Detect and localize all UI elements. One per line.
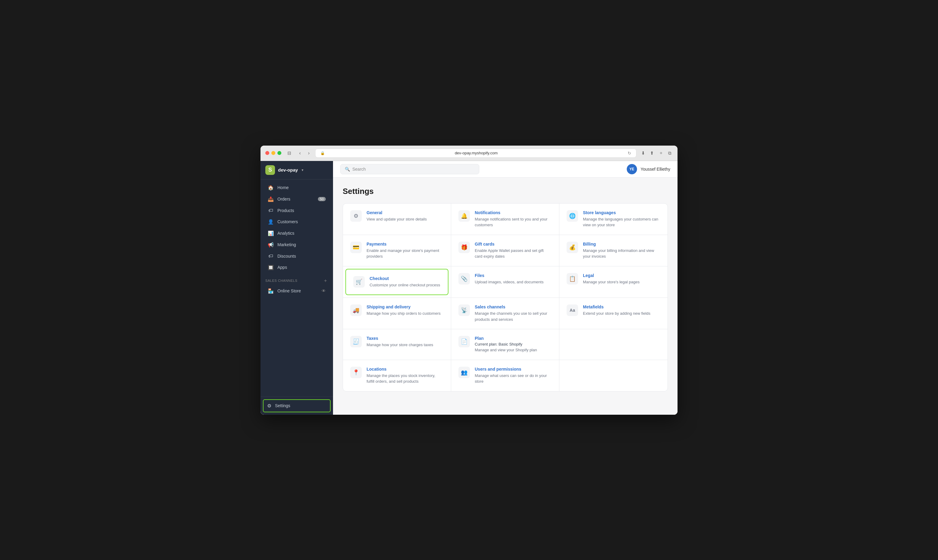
settings-item-gift-cards[interactable]: 🎁 Gift cards Enable Apple Wallet passes … — [451, 235, 559, 266]
locations-text: Locations Manage the places you stock in… — [367, 367, 444, 385]
orders-icon: 📥 — [268, 196, 274, 202]
right-panel: 🔍 Search YE Youssef Elliethy Settings ⚙ — [333, 161, 678, 415]
customers-icon: 👤 — [268, 219, 274, 225]
online-store-visibility-icon[interactable]: 👁 — [322, 288, 326, 293]
checkout-desc: Customize your online checkout process — [370, 282, 441, 288]
gift-cards-desc: Enable Apple Wallet passes and set gift … — [475, 248, 552, 260]
gift-cards-name: Gift cards — [475, 242, 552, 246]
settings-item-notifications[interactable]: 🔔 Notifications Manage notifications sen… — [451, 203, 559, 235]
shipping-desc: Manage how you ship orders to customers — [367, 311, 444, 317]
settings-item-billing[interactable]: 💰 Billing Manage your billing informatio… — [559, 235, 667, 266]
sidebar-item-apps[interactable]: 🔲 Apps — [263, 262, 331, 273]
search-bar[interactable]: 🔍 Search — [340, 164, 479, 174]
settings-item-metafields[interactable]: Aa Metafields Extend your store by addin… — [559, 298, 667, 329]
settings-item-payments[interactable]: 💳 Payments Enable and manage your store'… — [343, 235, 451, 266]
settings-button[interactable]: ⚙ Settings — [263, 399, 331, 412]
discounts-icon: 🏷 — [268, 254, 274, 259]
general-desc: View and update your store details — [367, 216, 444, 222]
new-tab-btn[interactable]: ＋ — [658, 149, 664, 157]
discounts-label: Discounts — [277, 254, 296, 258]
add-sales-channel-btn[interactable]: ＋ — [323, 278, 328, 284]
products-label: Products — [277, 208, 294, 213]
sidebar: S dev-opay ▾ 🏠 Home 📥 Orders 50 🏷 Produc… — [260, 161, 333, 415]
settings-item-store-languages[interactable]: 🌐 Store languages Manage the languages y… — [559, 203, 667, 235]
sidebar-footer: ⚙ Settings — [260, 397, 333, 415]
legal-desc: Manage your store's legal pages — [583, 279, 660, 285]
sidebar-item-orders[interactable]: 📥 Orders 50 — [263, 194, 331, 205]
plan-sub: Current plan: Basic Shopify — [475, 342, 552, 346]
settings-item-files[interactable]: 📎 Files Upload images, videos, and docum… — [451, 266, 559, 298]
sidebar-header: S dev-opay ▾ — [260, 161, 333, 179]
locations-desc: Manage the places you stock inventory, f… — [367, 373, 444, 385]
legal-text: Legal Manage your store's legal pages — [583, 273, 660, 285]
maximize-button[interactable] — [277, 151, 281, 155]
sidebar-item-discounts[interactable]: 🏷 Discounts — [263, 251, 331, 262]
sales-channels-icon: 📡 — [458, 305, 470, 316]
user-avatar: YE — [627, 164, 637, 174]
taxes-name: Taxes — [367, 336, 444, 341]
files-desc: Upload images, videos, and documents — [475, 279, 552, 285]
sidebar-item-analytics[interactable]: 📊 Analytics — [263, 228, 331, 239]
notifications-name: Notifications — [475, 210, 552, 215]
orders-label: Orders — [277, 197, 290, 202]
billing-icon: 💰 — [567, 242, 578, 253]
billing-text: Billing Manage your billing information … — [583, 242, 660, 260]
sidebar-item-marketing[interactable]: 📢 Marketing — [263, 239, 331, 251]
settings-item-plan[interactable]: 📄 Plan Current plan: Basic Shopify Manag… — [451, 329, 559, 360]
user-name: Youssef Elliethy — [641, 167, 670, 172]
sidebar-item-online-store[interactable]: 🏪 Online Store 👁 — [263, 285, 331, 297]
settings-row-3: 🛒 Checkout Customize your online checkou… — [343, 266, 667, 298]
settings-item-locations[interactable]: 📍 Locations Manage the places you stock … — [343, 360, 451, 391]
checkout-name: Checkout — [370, 276, 441, 281]
sales-channels-name: Sales channels — [475, 305, 552, 309]
users-icon: 👥 — [458, 367, 470, 378]
customers-label: Customers — [277, 219, 298, 224]
settings-item-legal[interactable]: 📋 Legal Manage your store's legal pages — [559, 266, 667, 298]
metafields-icon: Aa — [567, 305, 578, 316]
tabs-btn[interactable]: ⧉ — [667, 149, 673, 157]
plan-name: Plan — [475, 336, 552, 341]
settings-item-shipping[interactable]: 🚚 Shipping and delivery Manage how you s… — [343, 298, 451, 329]
traffic-lights — [265, 151, 281, 155]
settings-item-sales-channels[interactable]: 📡 Sales channels Manage the channels you… — [451, 298, 559, 329]
sidebar-toggle-btn[interactable]: ⊟ — [285, 149, 294, 157]
orders-badge: 50 — [318, 197, 326, 201]
settings-item-taxes[interactable]: 🧾 Taxes Manage how your store charges ta… — [343, 329, 451, 360]
payments-desc: Enable and manage your store's payment p… — [367, 248, 444, 260]
page-title: Settings — [343, 187, 668, 196]
browser-window: ⊟ ‹ › 🔒 dev-opay.myshopify.com ↻ ⬇ ⬆ ＋ ⧉… — [260, 146, 678, 415]
app-container: S dev-opay ▾ 🏠 Home 📥 Orders 50 🏷 Produc… — [260, 161, 678, 415]
legal-name: Legal — [583, 273, 660, 278]
home-icon: 🏠 — [268, 185, 274, 191]
sidebar-item-products[interactable]: 🏷 Products — [263, 205, 331, 216]
shipping-icon: 🚚 — [350, 305, 362, 316]
locations-name: Locations — [367, 367, 444, 372]
address-bar[interactable]: 🔒 dev-opay.myshopify.com ↻ — [315, 149, 636, 158]
settings-item-checkout[interactable]: 🛒 Checkout Customize your online checkou… — [345, 269, 448, 295]
settings-gear-icon: ⚙ — [267, 403, 271, 409]
store-dropdown-icon[interactable]: ▾ — [302, 168, 303, 172]
gift-cards-text: Gift cards Enable Apple Wallet passes an… — [475, 242, 552, 260]
settings-item-users[interactable]: 👥 Users and permissions Manage what user… — [451, 360, 559, 391]
reload-icon[interactable]: ↻ — [628, 151, 631, 155]
settings-row-2: 💳 Payments Enable and manage your store'… — [343, 235, 667, 266]
store-languages-desc: Manage the languages your customers can … — [583, 216, 660, 228]
sidebar-item-home[interactable]: 🏠 Home — [263, 182, 331, 193]
users-desc: Manage what users can see or do in your … — [475, 373, 552, 385]
settings-row-1: ⚙ General View and update your store det… — [343, 203, 667, 235]
users-text: Users and permissions Manage what users … — [475, 367, 552, 385]
minimize-button[interactable] — [271, 151, 275, 155]
back-button[interactable]: ‹ — [297, 150, 302, 157]
sidebar-item-customers[interactable]: 👤 Customers — [263, 216, 331, 228]
download-btn[interactable]: ⬇ — [640, 149, 646, 157]
settings-grid: ⚙ General View and update your store det… — [343, 203, 668, 391]
online-store-label: Online Store — [277, 288, 301, 293]
store-languages-name: Store languages — [583, 210, 660, 215]
share-btn[interactable]: ⬆ — [649, 149, 655, 157]
files-icon: 📎 — [458, 273, 470, 285]
close-button[interactable] — [265, 151, 269, 155]
forward-button[interactable]: › — [306, 150, 311, 157]
settings-item-general[interactable]: ⚙ General View and update your store det… — [343, 203, 451, 235]
sales-channels-text: Sales channels Manage the channels you u… — [475, 305, 552, 322]
marketing-label: Marketing — [277, 242, 296, 247]
